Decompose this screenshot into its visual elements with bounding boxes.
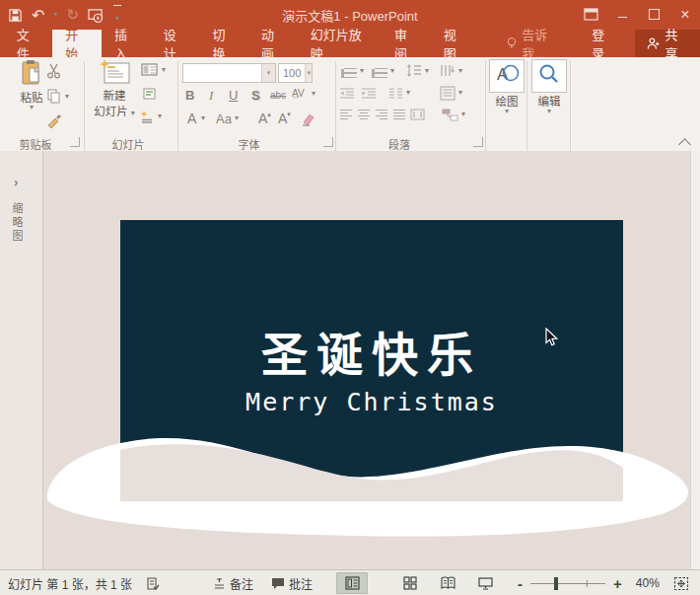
close-button[interactable]: × <box>676 6 694 24</box>
distribute-columns-icon[interactable] <box>410 109 425 120</box>
italic-button[interactable]: I <box>209 88 213 104</box>
slide-subtitle-text[interactable]: Merry Christmas <box>120 388 623 416</box>
clear-formatting-icon[interactable] <box>301 112 315 126</box>
tab-insert[interactable]: 插入 <box>102 30 151 57</box>
undo-button[interactable]: ↶ <box>32 6 44 25</box>
reading-view-button[interactable] <box>433 573 462 593</box>
align-left-icon[interactable] <box>339 109 353 120</box>
zoom-slider-thumb[interactable] <box>554 577 558 590</box>
copy-icon[interactable] <box>47 89 61 104</box>
expand-pane-icon[interactable]: › <box>14 175 18 189</box>
minimize-button[interactable] <box>613 8 631 23</box>
clipboard-group-label: 剪贴板 <box>0 136 71 152</box>
normal-view-button[interactable] <box>336 572 368 594</box>
line-spacing-icon[interactable] <box>406 63 422 78</box>
justify-icon[interactable] <box>392 109 406 120</box>
strikethrough-button[interactable]: abc <box>270 90 286 101</box>
font-name-dropdown-icon[interactable]: ▾ <box>261 64 275 82</box>
spacing-dropdown-icon[interactable]: ▾ <box>312 91 315 97</box>
drawing-button[interactable]: A 绘图 ▾ <box>487 59 526 114</box>
slide-layout-icon[interactable] <box>141 63 158 76</box>
tab-file[interactable]: 文件 <box>4 30 53 57</box>
numbering-icon[interactable] <box>371 65 387 83</box>
new-slide-icon <box>99 59 130 85</box>
font-color-button[interactable]: A <box>187 111 196 126</box>
section-dropdown-icon[interactable]: ▾ <box>158 113 162 119</box>
zoom-out-button[interactable]: - <box>518 575 523 592</box>
underline-button[interactable]: U <box>229 88 238 103</box>
tab-animations[interactable]: 动画 <box>248 30 298 57</box>
align-right-icon[interactable] <box>375 109 388 120</box>
copy-dropdown-icon[interactable]: ▾ <box>65 94 69 100</box>
section-icon[interactable] <box>140 110 154 123</box>
font-dialog-launcher-icon[interactable] <box>323 137 333 147</box>
ribbon-display-options-icon[interactable] <box>584 8 599 22</box>
sign-in-button[interactable]: 登录 <box>580 30 627 57</box>
decrease-indent-icon[interactable] <box>339 87 355 100</box>
share-button[interactable]: 共享 <box>635 30 700 57</box>
clipboard-dialog-launcher-icon[interactable] <box>70 137 80 147</box>
normal-view-icon <box>345 576 360 590</box>
slide-canvas[interactable]: 圣诞快乐 Merry Christmas <box>120 220 623 501</box>
font-name-combobox[interactable]: ▾ <box>182 63 276 83</box>
collapse-ribbon-icon[interactable] <box>678 138 691 151</box>
bullets-icon[interactable] <box>340 65 357 83</box>
bullets-dropdown-icon[interactable]: ▾ <box>360 68 364 74</box>
font-color-dropdown-icon[interactable]: ▾ <box>201 115 205 121</box>
notes-toggle[interactable]: 备注 <box>213 575 253 592</box>
tab-slideshow[interactable]: 幻灯片放映 <box>298 30 382 57</box>
smartart-convert-icon[interactable] <box>442 108 458 121</box>
align-text-dropdown-icon[interactable]: ▾ <box>458 90 462 96</box>
slides-group-label: 幻灯片 <box>89 136 168 152</box>
change-case-dropdown-icon[interactable]: ▾ <box>235 115 239 121</box>
increase-indent-icon[interactable] <box>361 87 377 100</box>
format-painter-icon[interactable] <box>46 112 62 128</box>
columns-icon[interactable] <box>388 87 403 100</box>
customize-qat-icon[interactable]: ▾ <box>113 5 121 25</box>
slideshow-view-button[interactable] <box>470 573 500 593</box>
reset-slide-icon[interactable] <box>142 87 157 101</box>
slide-sorter-view-button[interactable] <box>395 573 425 593</box>
smartart-dropdown-icon[interactable]: ▾ <box>461 112 465 117</box>
bold-button[interactable]: B <box>185 88 194 103</box>
numbering-dropdown-icon[interactable]: ▾ <box>390 68 394 74</box>
tab-transitions[interactable]: 切换 <box>199 30 248 57</box>
tab-view[interactable]: 视图 <box>431 30 480 57</box>
tab-home[interactable]: 开始 <box>52 30 102 57</box>
font-size-combobox[interactable]: 100 ▾ <box>278 63 313 83</box>
align-text-icon[interactable] <box>440 86 455 101</box>
fit-to-window-icon[interactable] <box>673 576 689 591</box>
shrink-font-button[interactable]: A▾ <box>278 111 291 126</box>
text-direction-dropdown-icon[interactable]: ▾ <box>458 68 462 74</box>
maximize-button[interactable] <box>645 8 663 23</box>
character-spacing-button[interactable]: AV ↔ <box>292 88 305 98</box>
layout-dropdown-icon[interactable]: ▾ <box>162 67 166 73</box>
tell-me-box[interactable]: 告诉我... <box>497 30 576 57</box>
comments-toggle[interactable]: 批注 <box>271 575 313 592</box>
new-slide-button[interactable]: 新建 幻灯片 ▾ <box>89 59 140 118</box>
align-center-icon[interactable] <box>357 109 371 120</box>
slide-title-text[interactable]: 圣诞快乐 <box>120 317 623 385</box>
spellcheck-icon[interactable] <box>146 576 160 591</box>
grow-font-button[interactable]: A▴ <box>258 111 271 126</box>
text-shadow-button[interactable]: S <box>251 88 260 103</box>
tab-design[interactable]: 设计 <box>151 30 200 57</box>
paragraph-dialog-launcher-icon[interactable] <box>473 137 483 147</box>
cut-icon[interactable] <box>46 63 62 79</box>
zoom-in-button[interactable]: + <box>613 575 622 592</box>
slide-indicator[interactable]: 幻灯片 第 1 张，共 1 张 <box>8 575 132 592</box>
undo-dropdown-icon[interactable]: ▾ <box>53 12 57 18</box>
columns-dropdown-icon[interactable]: ▾ <box>406 90 410 96</box>
zoom-level[interactable]: 40% <box>636 576 660 590</box>
vertical-scrollbar[interactable] <box>690 151 700 569</box>
change-case-button[interactable]: Aa <box>216 112 232 126</box>
line-spacing-dropdown-icon[interactable]: ▾ <box>425 68 429 74</box>
zoom-slider[interactable] <box>530 583 605 584</box>
paragraph-group-label: 段落 <box>350 136 449 152</box>
text-direction-icon[interactable] <box>440 63 455 78</box>
tab-review[interactable]: 审阅 <box>382 30 431 57</box>
start-slideshow-icon[interactable] <box>88 8 105 23</box>
save-icon[interactable] <box>8 8 23 23</box>
editing-button[interactable]: 编辑 ▾ <box>529 59 569 114</box>
font-size-dropdown-icon[interactable]: ▾ <box>305 64 312 82</box>
